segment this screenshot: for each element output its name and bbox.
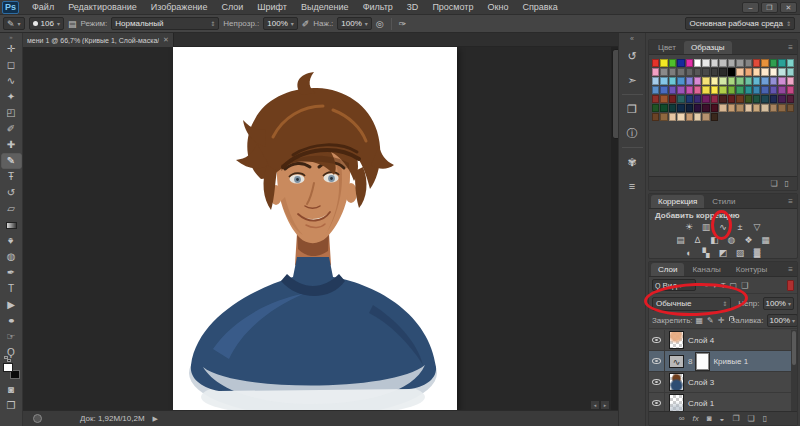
delete-layer-icon[interactable]: ▯ xyxy=(763,414,767,423)
tab-close-icon[interactable]: ✕ xyxy=(163,36,169,44)
color-swatch[interactable] xyxy=(778,68,785,76)
color-swatch[interactable] xyxy=(702,95,709,103)
dodge-tool[interactable]: ◍ xyxy=(1,249,22,265)
clone-stamp-tool[interactable]: Ŧ xyxy=(1,169,22,185)
color-swatch[interactable] xyxy=(711,95,718,103)
color-swatch[interactable] xyxy=(694,86,701,94)
color-swatch[interactable] xyxy=(787,104,794,112)
layer-row[interactable]: ∿8Кривые 1 xyxy=(649,351,797,372)
minimize-button[interactable]: – xyxy=(742,2,759,13)
color-swatch[interactable] xyxy=(787,77,794,85)
color-swatch[interactable] xyxy=(778,104,785,112)
layers-tab-Слои[interactable]: Слои xyxy=(651,263,684,276)
color-swatch[interactable] xyxy=(778,59,785,67)
color-swatch[interactable] xyxy=(736,86,743,94)
menu-Файл[interactable]: Файл xyxy=(25,2,61,12)
color-swatch[interactable] xyxy=(745,59,752,67)
layer-style-icon[interactable]: fx xyxy=(693,414,699,423)
color-swatch[interactable] xyxy=(736,77,743,85)
color-swatch[interactable] xyxy=(686,86,693,94)
swatches-tab-Цвет[interactable]: Цвет xyxy=(651,41,683,54)
brightness-contrast-icon[interactable]: ☀ xyxy=(683,222,695,233)
new-layer-icon[interactable]: ❏ xyxy=(748,414,755,423)
visibility-cell[interactable] xyxy=(649,393,665,411)
eye-icon[interactable] xyxy=(652,337,661,343)
color-swatch[interactable] xyxy=(669,95,676,103)
exposure-icon[interactable]: ± xyxy=(734,222,746,233)
brush-presets-panel-icon[interactable]: ✾ xyxy=(621,152,644,172)
color-swatch[interactable] xyxy=(694,68,701,76)
type-tool[interactable]: T xyxy=(1,281,22,297)
layer-thumbnail[interactable] xyxy=(669,373,684,391)
color-swatch[interactable] xyxy=(677,104,684,112)
navigator-panel-icon[interactable]: ➣ xyxy=(621,70,644,90)
filter-type-icon[interactable]: T xyxy=(721,281,726,290)
color-swatch[interactable] xyxy=(652,95,659,103)
color-swatch[interactable] xyxy=(660,113,667,121)
ellipse-shape-tool[interactable]: ● xyxy=(1,313,22,329)
color-swatch[interactable] xyxy=(711,59,718,67)
color-swatch[interactable] xyxy=(677,86,684,94)
lock-pixels-icon[interactable]: ✎ xyxy=(707,316,714,325)
eye-icon[interactable] xyxy=(652,358,661,364)
color-swatch[interactable] xyxy=(711,77,718,85)
color-swatch[interactable] xyxy=(761,68,768,76)
gradient-tool[interactable] xyxy=(1,217,22,233)
color-swatch[interactable] xyxy=(753,77,760,85)
layer-opacity-select[interactable]: 100% ▾ xyxy=(763,297,794,310)
menu-Фильтр[interactable]: Фильтр xyxy=(356,2,400,12)
add-mask-icon[interactable]: ◙ xyxy=(707,414,712,423)
color-swatch[interactable] xyxy=(719,95,726,103)
brush-tool[interactable]: ✎ xyxy=(1,153,22,169)
color-swatch[interactable] xyxy=(736,59,743,67)
hue-saturation-icon[interactable]: ▤ xyxy=(675,235,687,246)
color-swatch[interactable] xyxy=(686,59,693,67)
opacity-select[interactable]: 100% ▾ xyxy=(263,17,297,30)
lock-transparency-icon[interactable]: ▦ xyxy=(696,316,704,325)
workspace-select[interactable]: Основная рабочая среда ⇕ xyxy=(685,17,795,30)
color-swatch[interactable] xyxy=(660,104,667,112)
color-swatch[interactable] xyxy=(745,104,752,112)
color-swatch[interactable] xyxy=(745,68,752,76)
default-colors-icon[interactable] xyxy=(4,356,11,362)
canvas-scroll-arrows[interactable]: ◂▸ xyxy=(591,401,609,409)
status-zoom-icon[interactable] xyxy=(33,414,42,423)
color-swatch[interactable] xyxy=(787,86,794,94)
color-swatch[interactable] xyxy=(736,104,743,112)
color-swatch[interactable] xyxy=(770,59,777,67)
curves-adjustment-thumbnail[interactable]: ∿ xyxy=(669,355,684,368)
color-swatch[interactable] xyxy=(660,86,667,94)
black-white-icon[interactable]: ◧ xyxy=(709,235,721,246)
color-swatch[interactable] xyxy=(652,68,659,76)
visibility-cell[interactable] xyxy=(649,330,665,350)
brush-size-picker[interactable]: 106 ▾ xyxy=(29,17,64,30)
channel-mixer-icon[interactable]: ❖ xyxy=(743,235,755,246)
healing-brush-tool[interactable]: ✚ xyxy=(1,137,22,153)
layer-mask-thumbnail[interactable] xyxy=(696,353,709,370)
layer-thumbnail[interactable] xyxy=(669,331,684,349)
foreground-color-swatch[interactable] xyxy=(3,363,13,372)
clone-source-panel-icon[interactable]: ❐ xyxy=(621,99,644,119)
photo-filter-icon[interactable]: ◍ xyxy=(726,235,738,246)
pen-tool[interactable]: ✒ xyxy=(1,265,22,281)
color-swatch[interactable] xyxy=(728,68,735,76)
color-swatch[interactable] xyxy=(753,59,760,67)
color-swatch[interactable] xyxy=(677,95,684,103)
color-swatch[interactable] xyxy=(745,95,752,103)
panel-menu-icon[interactable]: ≡ xyxy=(788,43,793,52)
color-swatch[interactable] xyxy=(694,77,701,85)
color-swatch[interactable] xyxy=(694,59,701,67)
color-swatch[interactable] xyxy=(719,104,726,112)
color-swatch[interactable] xyxy=(652,59,659,67)
menu-Слои[interactable]: Слои xyxy=(214,2,250,12)
color-swatch[interactable] xyxy=(702,86,709,94)
color-swatch[interactable] xyxy=(736,95,743,103)
color-swatch[interactable] xyxy=(728,59,735,67)
layers-tab-Каналы[interactable]: Каналы xyxy=(685,263,727,276)
link-layers-icon[interactable]: ∞ xyxy=(679,414,685,423)
color-swatch[interactable] xyxy=(652,113,659,121)
menu-Выделение[interactable]: Выделение xyxy=(294,2,356,12)
color-swatch[interactable] xyxy=(770,68,777,76)
quick-selection-tool[interactable]: ✦ xyxy=(1,89,22,105)
layer-fill-select[interactable]: 100% ▾ xyxy=(767,314,798,327)
